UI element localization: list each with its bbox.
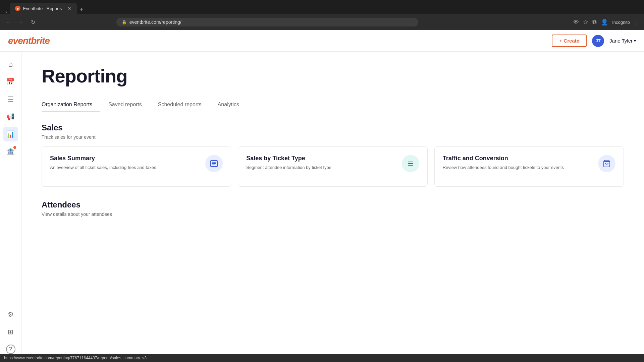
sidebar-item-calendar[interactable]: 📅 [3,74,18,89]
page-title: Reporting [42,65,624,87]
app-layout: eventbrite + Create JT Jane Tyler ▾ ⌂ 📅 [0,30,644,362]
sales-ticket-type-desc: Segment attendee information by ticket t… [246,165,396,171]
tabs-navigation: Organization Reports Saved reports Sched… [42,98,624,112]
main-wrapper: ⌂ 📅 ☰ 📢 📊 🏦 ⚙ ⊞ [0,52,644,362]
star-icon[interactable]: ☆ [583,18,588,26]
attendees-section-title: Attendees [42,200,624,209]
sales-section-title: Sales [42,123,624,132]
sales-summary-title: Sales Summary [50,155,200,162]
sidebar: ⌂ 📅 ☰ 📢 📊 🏦 ⚙ ⊞ [0,52,21,362]
sales-summary-icon [205,155,223,172]
traffic-conversion-title: Traffic and Conversion [443,155,593,162]
chevron-down-icon: ▾ [634,39,636,43]
sidebar-item-list[interactable]: ☰ [3,92,18,107]
status-url: https://www.eventbrite.com/reporting/776… [4,356,147,360]
split-view-icon[interactable]: ⧉ [592,19,597,26]
page-content: Reporting Organization Reports Saved rep… [21,52,644,362]
sidebar-item-apps[interactable]: ⊞ [3,324,18,339]
browser-actions: 👁 ☆ ⧉ 👤 Incognito ⋮ [573,18,640,26]
sales-report-cards: Sales Summary An overview of all ticket … [42,146,624,187]
sidebar-item-finance[interactable]: 🏦 [3,144,18,159]
eye-off-icon: 👁 [573,19,579,26]
browser-chrome: ‹ e Eventbrite - Reports ✕ + ← → ↻ 🔒 eve… [0,0,644,30]
sales-summary-desc: An overview of all ticket sales, includi… [50,165,200,171]
tab-close-button[interactable]: ✕ [67,6,71,11]
sales-ticket-type-icon [402,155,419,172]
analytics-icon: 📊 [6,130,15,138]
traffic-conversion-card-info: Traffic and Conversion Review how attend… [443,155,593,171]
incognito-label: Incognito [612,20,630,25]
sales-section-subtitle: Track sales for your event [42,134,624,140]
incognito-icon: 👤 [601,18,608,26]
attendees-section: Attendees View details about your attend… [42,200,624,217]
lock-icon: 🔒 [122,20,127,24]
user-initials: JT [595,38,600,43]
attendees-section-subtitle: View details about your attendees [42,212,624,217]
browser-tab-active[interactable]: e Eventbrite - Reports ✕ [10,3,77,14]
sales-section: Sales Track sales for your event Sales S… [42,123,624,187]
status-bar: https://www.eventbrite.com/reporting/776… [0,354,644,362]
reload-button[interactable]: ↻ [28,17,38,27]
browser-tabs: ‹ e Eventbrite - Reports ✕ + [0,0,644,14]
create-button[interactable]: + Create [552,35,587,47]
address-bar[interactable]: 🔒 eventbrite.com/reporting/ [116,18,418,26]
sidebar-bottom: ⚙ ⊞ ? [3,307,18,357]
sales-ticket-type-card[interactable]: Sales by Ticket Type Segment attendee in… [238,146,427,187]
traffic-conversion-card[interactable]: Traffic and Conversion Review how attend… [434,146,624,187]
create-button-label: + Create [559,38,579,44]
finance-icon: 🏦 [6,147,15,156]
sidebar-item-marketing[interactable]: 📢 [3,109,18,124]
browser-toolbar: ← → ↻ 🔒 eventbrite.com/reporting/ 👁 ☆ ⧉ … [0,14,644,30]
tab-analytics[interactable]: Analytics [210,98,247,112]
sales-ticket-type-title: Sales by Ticket Type [246,155,396,162]
sales-summary-card[interactable]: Sales Summary An overview of all ticket … [42,146,231,187]
tab-org-reports-label: Organization Reports [42,102,92,107]
calendar-icon: 📅 [6,78,15,86]
logo[interactable]: eventbrite [8,36,50,46]
address-text: eventbrite.com/reporting/ [129,19,181,25]
user-name-button[interactable]: Jane Tyler ▾ [609,38,636,44]
tab-scheduled-reports[interactable]: Scheduled reports [150,98,210,112]
forward-button[interactable]: → [16,17,25,27]
tab-saved-reports-label: Saved reports [108,102,142,107]
sidebar-item-analytics[interactable]: 📊 [3,127,18,141]
grid-icon: ⊞ [8,328,13,336]
tab-org-reports[interactable]: Organization Reports [42,98,100,112]
traffic-conversion-icon [598,155,615,172]
sales-summary-card-info: Sales Summary An overview of all ticket … [50,155,200,171]
notification-badge [13,146,16,149]
back-button[interactable]: ← [4,17,13,27]
list-icon: ☰ [8,95,14,103]
user-name-text: Jane Tyler [609,38,633,44]
home-icon: ⌂ [8,60,13,69]
user-avatar[interactable]: JT [592,35,604,47]
tab-scheduled-reports-label: Scheduled reports [158,102,202,107]
top-nav-right: + Create JT Jane Tyler ▾ [552,35,636,47]
tab-title: Eventbrite - Reports [23,6,62,11]
new-tab-button[interactable]: + [77,5,86,14]
tab-arrows[interactable]: ‹ [3,9,10,14]
logo-text: eventbrite [8,36,50,46]
settings-icon: ⚙ [8,310,14,318]
tab-saved-reports[interactable]: Saved reports [100,98,150,112]
traffic-conversion-desc: Review how attendees found and bought ti… [443,165,593,171]
top-nav: eventbrite + Create JT Jane Tyler ▾ [0,30,644,52]
megaphone-icon: 📢 [6,113,15,121]
more-icon[interactable]: ⋮ [634,18,640,26]
tab-favicon: e [15,6,20,11]
sales-ticket-type-card-info: Sales by Ticket Type Segment attendee in… [246,155,396,171]
sidebar-item-settings[interactable]: ⚙ [3,307,18,322]
help-icon: ? [6,345,15,354]
sidebar-item-home[interactable]: ⌂ [3,57,18,72]
tab-analytics-label: Analytics [218,102,239,107]
